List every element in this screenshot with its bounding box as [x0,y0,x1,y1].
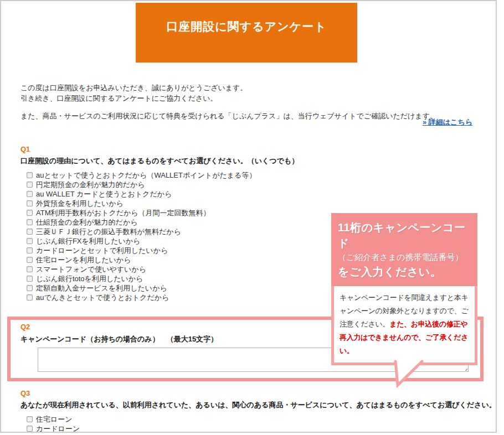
q1-option-row[interactable]: じぶん銀行totoを利用したいから [27,274,299,283]
q3-options: 住宅ローン カードローン 外貨預金 [27,415,497,433]
q1-option-row[interactable]: auでんきとセットで使うとおトクだから [27,293,299,302]
q1-option-label: 住宅ローンを利用したいから [36,255,131,265]
q1-option-label: auとセットで使うとおトクだから（WALLETポイントがたまる等） [36,170,256,180]
detail-link[interactable]: » 詳細はこちら [423,117,472,127]
q3-option-row[interactable]: カードローン [27,424,497,433]
callout-heading-line-2: （ご紹介者さまの携帯電話番号） [338,251,473,264]
checkbox-icon[interactable] [27,285,33,291]
callout-body: キャンペーンコードを間違えますと本キャンペーンの対象外となりますので、ご注意くだ… [331,286,477,365]
q1-option-row[interactable]: カードローンとセットで利用したいから [27,246,299,255]
q1-option-label: au WALLET カードと使うとおトクだから [36,189,172,199]
q1-option-row[interactable]: auとセットで使うとおトクだから（WALLETポイントがたまる等） [27,170,299,180]
checkbox-icon[interactable] [27,294,33,301]
checkbox-icon[interactable] [27,416,33,422]
q1-option-row[interactable]: 三菱ＵＦＪ銀行との振込手数料が無料だから [27,227,299,236]
intro-line-2: 引き続き、口座開設に関するアンケートにご協力ください。 [20,94,218,102]
q1-option-row[interactable]: 円定期預金の金利が魅力的だから [27,180,299,189]
checkbox-icon[interactable] [27,182,33,188]
intro-paragraph-1: この度は口座開設をお申込みいただき、誠にありがとうございます。 引き続き、口座開… [20,82,480,103]
checkbox-icon[interactable] [27,200,33,206]
q1-option-row[interactable]: 住宅ローンを利用したいから [27,255,299,265]
intro-paragraph-2: また、商品・サービスのご利用状況に応じて特典を受けられる「じぶんプラス」は、当行… [20,111,480,121]
campaign-code-callout: 11桁のキャンペーンコード （ご紹介者さまの携帯電話番号） をご入力ください。 … [331,213,477,365]
checkbox-icon[interactable] [27,219,33,225]
q1-options: auとセットで使うとおトクだから（WALLETポイントがたまる等） 円定期預金の… [27,170,299,302]
callout-heading: 11桁のキャンペーンコード （ご紹介者さまの携帯電話番号） をご入力ください。 [331,213,477,286]
q1-option-row[interactable]: ATM利用手数料がおトクだから（月間一定回数無料） [27,208,299,218]
q1-option-label: スマートフォンで使いやすいから [36,265,146,275]
q1-option-row[interactable]: 仕組預金の金利が魅力的だから [27,218,299,227]
q1-option-row[interactable]: じぶん銀行FXを利用したいから [27,236,299,246]
page-title: 口座開設に関するアンケート [136,3,357,34]
q2-label: Q2 [20,323,218,331]
intro-text: この度は口座開設をお申込みいただき、誠にありがとうございます。 引き続き、口座開… [20,82,480,121]
intro-line-1: この度は口座開設をお申込みいただき、誠にありがとうございます。 [20,84,247,92]
q1-option-label: 外貨預金を利用したいから [36,199,124,209]
q3-label: Q3 [20,389,497,397]
q1-option-label: じぶん銀行totoを利用したいから [36,274,143,284]
checkbox-icon[interactable] [27,257,33,263]
q1-option-row[interactable]: 定額自動入金サービスを利用したいから [27,283,299,293]
q1-option-row[interactable]: au WALLET カードと使うとおトクだから [27,189,299,199]
q1-option-label: 三菱ＵＦＪ銀行との振込手数料が無料だから [36,227,181,237]
checkbox-icon[interactable] [27,426,33,432]
checkbox-icon[interactable] [27,247,33,253]
q1-option-label: 定額自動入金サービスを利用したいから [36,283,167,293]
question-1: Q1 口座開設の理由について、あてはまるものをすべてお選びください。（いくつでも… [20,145,299,302]
q1-option-label: ATM利用手数料がおトクだから（月間一定回数無料） [36,208,210,218]
q1-question: 口座開設の理由について、あてはまるものをすべてお選びください。（いくつでも） [20,156,299,166]
q3-option-row[interactable]: 住宅ローン [27,415,497,424]
q1-option-label: 円定期預金の金利が魅力的だから [36,180,145,190]
checkbox-icon[interactable] [27,276,33,282]
survey-page: 口座開設に関するアンケート この度は口座開設をお申込みいただき、誠にありがとうご… [0,0,497,433]
q2-question: キャンペーンコード（お持ちの場合のみ） （最大15文字） [20,334,218,344]
question-3: Q3 あなたが現在利用されている、以前利用されていた、あるいは、関心のある商品・… [20,389,497,433]
q1-option-label: じぶん銀行FXを利用したいから [36,236,140,246]
q1-option-row[interactable]: スマートフォンで使いやすいから [27,265,299,274]
q1-option-row[interactable]: 外貨預金を利用したいから [27,199,299,208]
checkbox-icon[interactable] [27,229,33,235]
checkbox-icon[interactable] [27,172,33,178]
q3-option-label: カードローン [36,424,80,433]
page-title-banner: 口座開設に関するアンケート [136,3,357,63]
checkbox-icon[interactable] [27,266,33,272]
q1-option-label: 仕組預金の金利が魅力的だから [36,218,138,227]
q1-option-label: カードローンとセットで利用したいから [36,246,168,256]
checkbox-icon[interactable] [27,238,33,244]
checkbox-icon[interactable] [27,191,33,197]
callout-tail-pointer [393,361,426,386]
callout-heading-line-3: をご入力ください。 [338,264,473,279]
q3-question: あなたが現在利用されている、以前利用されていた、あるいは、関心のある商品・サービ… [20,400,497,410]
q1-option-label: auでんきとセットで使うとおトクだから [36,293,169,303]
q1-label: Q1 [20,145,299,153]
q3-option-label: 住宅ローン [36,415,73,424]
checkbox-icon[interactable] [27,210,33,216]
question-2: Q2 キャンペーンコード（お持ちの場合のみ） （最大15文字） [20,323,218,344]
callout-heading-line-1: 11桁のキャンペーンコード [338,220,473,251]
